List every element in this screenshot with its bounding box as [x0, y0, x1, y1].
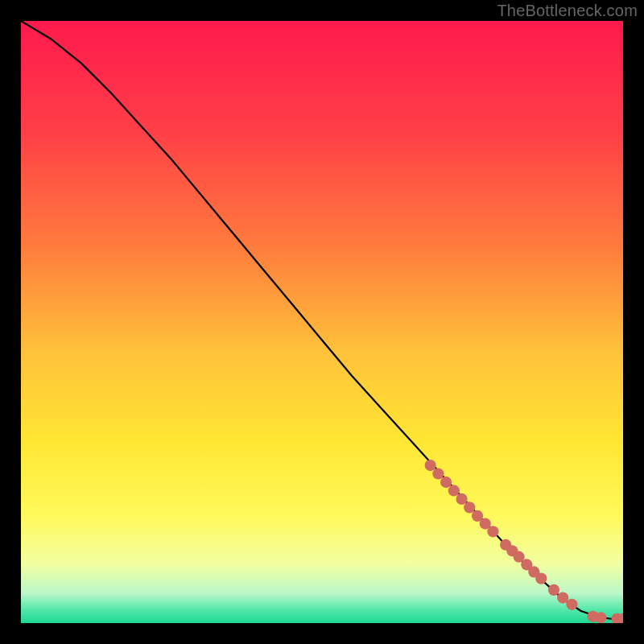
- highlight-dot: [456, 493, 467, 505]
- highlight-dot: [464, 502, 475, 513]
- watermark-label: TheBottleneck.com: [497, 2, 638, 20]
- highlight-dot: [548, 584, 559, 596]
- highlight-dot: [566, 599, 577, 610]
- highlight-dot: [595, 612, 606, 623]
- highlight-dot: [535, 573, 547, 584]
- highlight-dot: [487, 526, 498, 537]
- gradient-rect: [21, 21, 623, 623]
- highlight-dot: [432, 468, 444, 479]
- chart-stage: TheBottleneck.com: [0, 0, 644, 644]
- plot-area: [21, 21, 623, 623]
- highlight-dot: [440, 477, 452, 488]
- highlight-dot: [448, 485, 460, 496]
- highlight-dot: [425, 460, 436, 471]
